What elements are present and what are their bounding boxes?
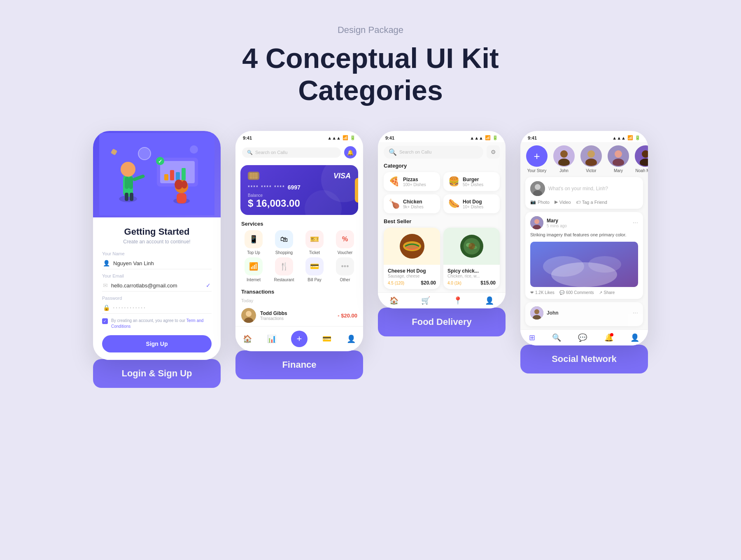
service-internet[interactable]: 📶 Internet — [240, 257, 268, 282]
social-bottom-nav: ⊞ 🔍 💬 🔔 👤 — [520, 329, 648, 345]
story-mary[interactable]: Mary — [608, 145, 629, 173]
post-more-john-icon[interactable]: ··· — [633, 309, 638, 317]
photo-action[interactable]: 📷 Photo — [530, 199, 550, 205]
transactions-title: Transactions — [235, 285, 363, 296]
password-field[interactable]: 🔒 ············ — [102, 302, 212, 314]
login-svg: ✓ — [99, 133, 214, 215]
video-action[interactable]: ▶ Video — [555, 199, 571, 205]
login-title: Getting Started — [102, 226, 212, 237]
share-icon: ↗ — [599, 290, 602, 295]
social-body: + Your Story John Victor — [520, 142, 648, 345]
hotdog-emoji: 🌭 — [448, 198, 459, 209]
hotdog-price: $20.00 — [421, 280, 436, 286]
home-nav-icon[interactable]: 🏠 — [243, 334, 252, 343]
filter-button[interactable]: ⚙ — [487, 145, 500, 159]
service-topup[interactable]: 📱 Top Up — [240, 230, 268, 255]
category-chicken[interactable]: 🍗 Chicken 9k+ Dishes — [384, 194, 440, 213]
photo-label: Photo — [538, 200, 550, 205]
chart-nav-icon[interactable]: 📊 — [267, 334, 276, 343]
password-dots: ············ — [113, 306, 211, 310]
story-add[interactable]: + Your Story — [526, 145, 548, 173]
post-more-icon[interactable]: ··· — [633, 219, 638, 226]
comments-count: 600 Comments — [566, 290, 594, 295]
restaurant-icon-box: 🍴 — [275, 257, 293, 275]
burger-info: Burger 50+ Dishes — [463, 177, 483, 187]
category-pizza[interactable]: 🍕 Pizzas 100+ Dishes — [384, 172, 440, 191]
internet-label: Internet — [247, 278, 261, 282]
comments-action[interactable]: 💬 600 Comments — [559, 290, 594, 295]
finance-status-icons: ▲▲▲ 📶 🔋 — [327, 135, 356, 140]
composer-placeholder[interactable]: What's on your mind, Linh? — [548, 186, 608, 191]
likes-action[interactable]: ❤ 1.2K Likes — [530, 290, 555, 295]
food-item-spicy[interactable]: Spicy chick... Chicken, rice, w... 4.0 (… — [443, 228, 500, 289]
story-john[interactable]: John — [553, 145, 575, 173]
food-location-nav[interactable]: 📍 — [453, 296, 462, 305]
comment-icon: 💬 — [559, 290, 564, 295]
food-status-icons: ▲▲▲ 📶 🔋 — [470, 135, 498, 140]
food-cart-nav[interactable]: 🛒 — [421, 296, 430, 305]
login-form: Getting Started Create an account to con… — [93, 217, 221, 360]
finance-phone: 9:41 ▲▲▲ 📶 🔋 🔍 Search on Callu 🔔 — [235, 131, 363, 351]
email-value: hello.carrotlabs@gmail.com — [111, 282, 203, 289]
email-label: Your Email — [102, 273, 212, 278]
pizza-name: Pizzas — [403, 177, 426, 182]
social-phone-wrapper: 9:41 ▲▲▲ 📶 🔋 + Your Story — [520, 131, 648, 373]
food-bottom-nav: 🏠 🛒 📍 👤 — [378, 292, 506, 308]
social-profile-nav[interactable]: 👤 — [630, 333, 639, 342]
social-notif-nav[interactable]: 🔔 — [604, 333, 613, 342]
add-nav-button[interactable]: + — [291, 331, 308, 347]
composer-row: What's on your mind, Linh? — [530, 181, 638, 196]
notification-button[interactable]: 🔔 — [344, 146, 357, 159]
service-ticket[interactable]: 🎫 Ticket — [301, 230, 329, 255]
food-home-nav[interactable]: 🏠 — [389, 296, 398, 305]
share-action[interactable]: ↗ Share — [599, 290, 615, 295]
social-battery-icon: 🔋 — [635, 135, 641, 140]
login-label: Login & Sign Up — [93, 359, 221, 388]
service-voucher[interactable]: % Voucher — [331, 230, 359, 255]
category-burger[interactable]: 🍔 Burger 50+ Dishes — [443, 172, 500, 191]
bell-icon: 🔔 — [347, 149, 354, 156]
svg-point-3 — [121, 162, 135, 177]
profile-nav-icon[interactable]: 👤 — [347, 334, 356, 343]
email-field[interactable]: ✉ hello.carrotlabs@gmail.com ✓ — [102, 280, 212, 292]
transaction-amount: - $20.00 — [338, 313, 357, 319]
story-noah[interactable]: Noah Ma... — [635, 145, 648, 173]
category-hotdog[interactable]: 🌭 Hot Dog 10+ Dishes — [443, 194, 500, 213]
terms-text: By creating an account, you agree to our… — [111, 318, 212, 329]
social-home-nav[interactable]: ⊞ — [529, 333, 535, 342]
finance-search-input[interactable]: 🔍 Search on Callu — [242, 147, 341, 158]
hotdog-img — [384, 228, 440, 265]
burger-name: Burger — [463, 177, 483, 182]
finance-phone-wrapper: 9:41 ▲▲▲ 📶 🔋 🔍 Search on Callu 🔔 — [235, 131, 363, 379]
tag-action[interactable]: 🏷 Tag a Friend — [576, 199, 607, 205]
service-shopping[interactable]: 🛍 Shopping — [270, 230, 298, 255]
terms-checkbox[interactable]: ✓ — [102, 318, 108, 324]
svg-point-22 — [138, 147, 151, 160]
phones-row: ✓ Getting Started Create an accou — [93, 131, 648, 388]
food-label: Food Delivery — [378, 308, 506, 336]
food-profile-nav[interactable]: 👤 — [485, 296, 494, 305]
signup-button[interactable]: Sign Up — [102, 335, 212, 352]
post-avatar-john — [530, 306, 543, 320]
food-search-input[interactable]: 🔍 Search on Callu — [384, 146, 483, 159]
login-phone-wrapper: ✓ Getting Started Create an accou — [93, 131, 221, 388]
today-label: Today — [235, 296, 363, 305]
food-item-hotdog[interactable]: Cheese Hot Dog Sausage, cheese 4.5 (120)… — [384, 228, 440, 289]
svg-point-48 — [615, 150, 622, 158]
social-chat-nav[interactable]: 💬 — [578, 333, 587, 342]
services-grid: 📱 Top Up 🛍 Shopping 🎫 Ticket % Voucher 📶 — [235, 229, 363, 285]
post-author-mary: Mary — [547, 218, 629, 224]
social-search-nav[interactable]: 🔍 — [552, 333, 561, 342]
post-card-john: John ··· — [525, 302, 643, 326]
service-restaurant[interactable]: 🍴 Restaurant — [270, 257, 298, 282]
service-billpay[interactable]: 💳 Bill Pay — [301, 257, 329, 282]
topup-label: Top Up — [247, 250, 260, 255]
svg-point-57 — [534, 219, 539, 224]
card-yellow-bar — [355, 178, 358, 203]
card-nav-icon[interactable]: 💳 — [322, 334, 331, 343]
story-victor[interactable]: Victor — [580, 145, 602, 173]
name-field[interactable]: 👤 Nguyen Van Linh — [102, 257, 212, 269]
svg-point-61 — [543, 256, 584, 277]
service-other[interactable]: ••• Other — [331, 257, 359, 282]
burger-count: 50+ Dishes — [463, 182, 483, 187]
